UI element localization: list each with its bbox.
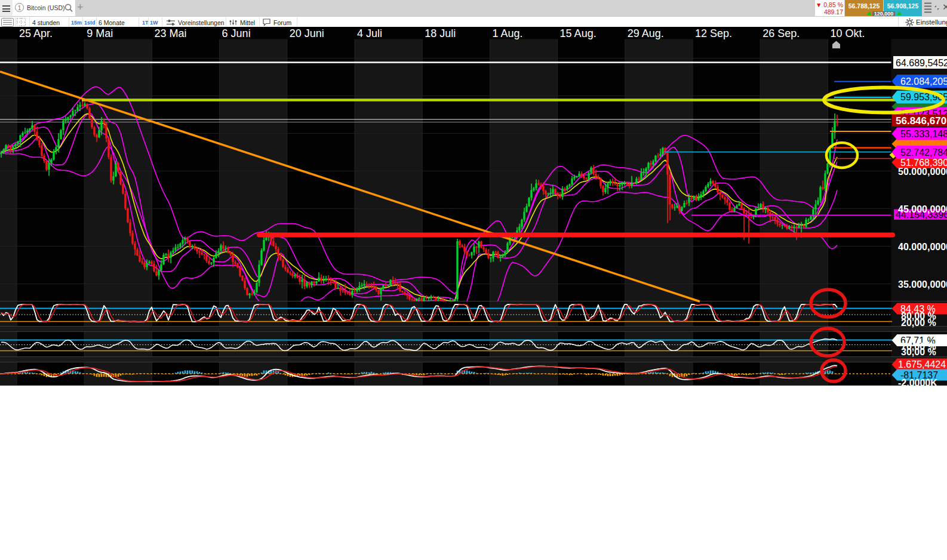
svg-text:35.000,0000: 35.000,0000 xyxy=(898,279,947,290)
svg-text:45.000,0000: 45.000,0000 xyxy=(898,204,947,214)
svg-text:4 Juli: 4 Juli xyxy=(357,27,382,39)
svg-text:40.000,0000: 40.000,0000 xyxy=(898,242,947,252)
svg-text:1 Aug.: 1 Aug. xyxy=(492,27,522,39)
svg-text:15 Aug.: 15 Aug. xyxy=(560,27,597,39)
svg-text:29 Aug.: 29 Aug. xyxy=(628,27,664,39)
svg-text:51.768,390: 51.768,390 xyxy=(900,158,947,168)
svg-text:1.675,4424: 1.675,4424 xyxy=(898,359,946,370)
svg-text:23 Mai: 23 Mai xyxy=(154,27,186,39)
svg-text:-2,0000K: -2,0000K xyxy=(898,378,937,386)
svg-text:26 Sep.: 26 Sep. xyxy=(762,27,800,39)
svg-text:56.846,670: 56.846,670 xyxy=(896,115,946,127)
svg-text:50.000,0000: 50.000,0000 xyxy=(898,167,947,177)
svg-text:10 Okt.: 10 Okt. xyxy=(830,27,865,39)
svg-text:52.742,784: 52.742,784 xyxy=(900,147,947,158)
svg-text:30,00 %: 30,00 % xyxy=(901,347,936,357)
svg-text:12 Sep.: 12 Sep. xyxy=(695,27,732,39)
svg-text:64.689,5452: 64.689,5452 xyxy=(896,58,947,68)
svg-text:55.333,148: 55.333,148 xyxy=(900,129,947,139)
svg-text:62.084,205: 62.084,205 xyxy=(900,76,947,87)
svg-text:18 Juli: 18 Juli xyxy=(425,27,456,39)
svg-text:20 Juni: 20 Juni xyxy=(290,27,324,39)
svg-text:20,00 %: 20,00 % xyxy=(901,318,936,328)
svg-text:6 Juni: 6 Juni xyxy=(222,27,251,39)
svg-text:25 Apr.: 25 Apr. xyxy=(19,27,53,39)
svg-text:9 Mai: 9 Mai xyxy=(87,27,113,39)
